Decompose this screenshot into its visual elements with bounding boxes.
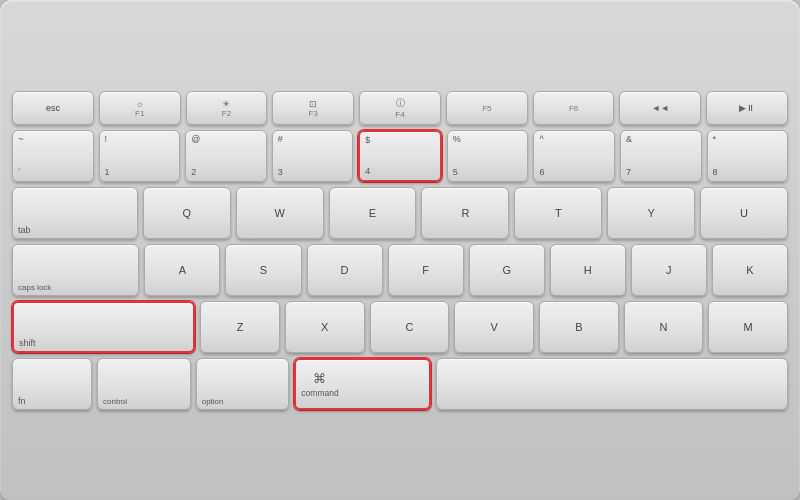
key-t[interactable]: T — [514, 187, 602, 239]
key-8[interactable]: * 8 — [707, 130, 789, 182]
key-f2-label: F2 — [222, 109, 231, 118]
key-k[interactable]: K — [712, 244, 788, 296]
key-2-bottom: 2 — [191, 168, 196, 178]
key-7-bottom: 7 — [626, 168, 631, 178]
key-z[interactable]: Z — [200, 301, 280, 353]
key-command[interactable]: ⌘ command — [294, 358, 430, 410]
key-x-label: X — [291, 321, 359, 333]
key-tab[interactable]: tab — [12, 187, 138, 239]
key-e[interactable]: E — [329, 187, 417, 239]
key-command-label: command — [301, 388, 338, 398]
key-2[interactable]: @ 2 — [185, 130, 267, 182]
key-f6[interactable]: F6 — [533, 91, 615, 125]
key-5-bottom: 5 — [453, 168, 458, 178]
key-j-label: J — [637, 264, 701, 276]
key-3[interactable]: # 3 — [272, 130, 354, 182]
key-1-bottom: 1 — [105, 168, 110, 178]
key-g-label: G — [475, 264, 539, 276]
key-7[interactable]: & 7 — [620, 130, 702, 182]
key-4-top: $ — [365, 136, 435, 146]
bottom-row: fn control option ⌘ command — [12, 358, 788, 410]
key-esc[interactable]: esc — [12, 91, 94, 125]
key-fn[interactable]: fn — [12, 358, 92, 410]
key-f[interactable]: F — [388, 244, 464, 296]
key-y-label: Y — [613, 207, 689, 219]
key-m[interactable]: M — [708, 301, 788, 353]
key-f7-icon: ◄◄ — [625, 103, 695, 113]
key-f8[interactable]: ▶⏸ — [706, 91, 788, 125]
key-tilde[interactable]: ~ ` — [12, 130, 94, 182]
command-symbol-icon: ⌘ — [301, 371, 338, 386]
key-6-bottom: 6 — [539, 168, 544, 178]
key-f-label: F — [394, 264, 458, 276]
key-shift-left[interactable]: shift — [12, 301, 195, 353]
key-q[interactable]: Q — [143, 187, 231, 239]
key-e-label: E — [335, 207, 411, 219]
qwerty-row: tab Q W E R T Y U — [12, 187, 788, 239]
key-b[interactable]: B — [539, 301, 619, 353]
key-s[interactable]: S — [225, 244, 301, 296]
key-f1-label: F1 — [135, 109, 144, 118]
key-4[interactable]: $ 4 — [358, 130, 442, 182]
key-fn-label: fn — [18, 396, 26, 406]
keyboard: esc ☼ F1 ☀ F2 ⊡ F3 ⓘ F4 — [0, 0, 800, 500]
asdf-row: caps lock A S D F G H J K — [12, 244, 788, 296]
key-w-label: W — [242, 207, 318, 219]
key-n-label: N — [630, 321, 698, 333]
key-3-top: # — [278, 135, 348, 145]
key-n[interactable]: N — [624, 301, 704, 353]
key-t-label: T — [520, 207, 596, 219]
key-esc-label: esc — [18, 103, 88, 113]
key-2-top: @ — [191, 135, 261, 145]
key-a[interactable]: A — [144, 244, 220, 296]
key-c-label: C — [376, 321, 444, 333]
key-spacebar[interactable] — [436, 358, 788, 410]
key-u[interactable]: U — [700, 187, 788, 239]
key-f4-icon: ⓘ — [365, 97, 435, 110]
key-m-label: M — [714, 321, 782, 333]
key-f1-icon: ☼ — [105, 99, 175, 109]
key-caps-lock-label: caps lock — [18, 283, 51, 292]
key-8-top: * — [713, 135, 783, 145]
key-b-label: B — [545, 321, 613, 333]
key-f6-label: F6 — [569, 104, 578, 113]
key-f5[interactable]: F5 — [446, 91, 528, 125]
key-f3-label: F3 — [309, 109, 318, 118]
key-g[interactable]: G — [469, 244, 545, 296]
key-d[interactable]: D — [307, 244, 383, 296]
key-v-label: V — [460, 321, 528, 333]
key-1[interactable]: ! 1 — [99, 130, 181, 182]
key-a-label: A — [150, 264, 214, 276]
key-r[interactable]: R — [421, 187, 509, 239]
key-tilde-top: ~ — [18, 135, 88, 145]
key-f1[interactable]: ☼ F1 — [99, 91, 181, 125]
key-w[interactable]: W — [236, 187, 324, 239]
key-v[interactable]: V — [454, 301, 534, 353]
key-3-bottom: 3 — [278, 168, 283, 178]
key-j[interactable]: J — [631, 244, 707, 296]
key-6[interactable]: ^ 6 — [533, 130, 615, 182]
fn-row: esc ☼ F1 ☀ F2 ⊡ F3 ⓘ F4 — [12, 91, 788, 125]
key-control[interactable]: control — [97, 358, 191, 410]
key-u-label: U — [706, 207, 782, 219]
key-6-top: ^ — [539, 135, 609, 145]
key-s-label: S — [231, 264, 295, 276]
key-f3[interactable]: ⊡ F3 — [272, 91, 354, 125]
key-option[interactable]: option — [196, 358, 290, 410]
key-f2[interactable]: ☀ F2 — [186, 91, 268, 125]
key-x[interactable]: X — [285, 301, 365, 353]
key-f4[interactable]: ⓘ F4 — [359, 91, 441, 125]
key-h[interactable]: H — [550, 244, 626, 296]
key-caps-lock[interactable]: caps lock — [12, 244, 139, 296]
key-y[interactable]: Y — [607, 187, 695, 239]
zxcv-row: shift Z X C V B N M — [12, 301, 788, 353]
key-z-label: Z — [206, 321, 274, 333]
key-q-label: Q — [149, 207, 225, 219]
key-tilde-bottom: ` — [18, 168, 21, 178]
key-c[interactable]: C — [370, 301, 450, 353]
key-r-label: R — [427, 207, 503, 219]
key-5[interactable]: % 5 — [447, 130, 529, 182]
key-f7[interactable]: ◄◄ — [619, 91, 701, 125]
key-option-label: option — [202, 397, 224, 406]
number-row: ~ ` ! 1 @ 2 # 3 $ 4 % 5 ^ 6 & 7 — [12, 130, 788, 182]
